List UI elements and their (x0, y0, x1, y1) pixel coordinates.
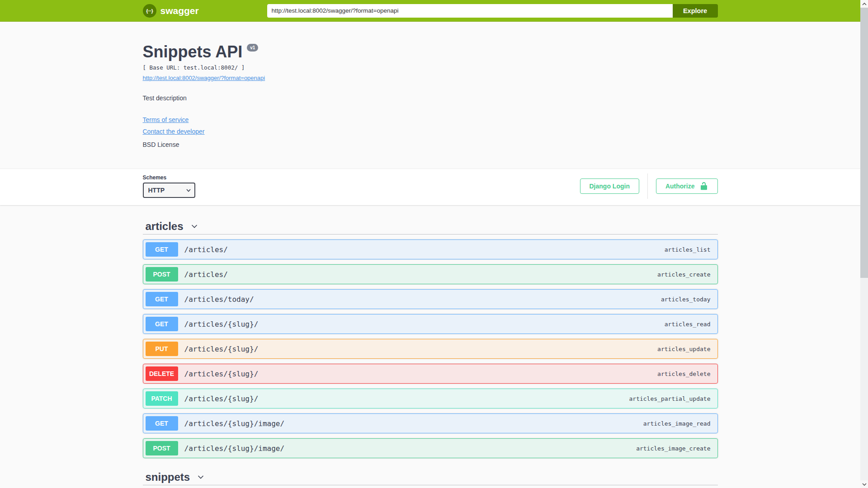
operation-path: /articles/{slug}/ (184, 370, 259, 378)
section-snippets: snippets GET /snippets/ snippets_list (143, 471, 718, 488)
method-badge: GET (146, 292, 178, 306)
operation-path: /articles/ (184, 270, 228, 279)
operation-row[interactable]: GET /articles/{slug}/image/ articles_ima… (143, 413, 718, 433)
scrollbar-thumb[interactable] (860, 8, 868, 278)
authorize-button-label: Authorize (665, 183, 695, 190)
info-section: Snippets API v1 [ Base URL: test.local:8… (0, 22, 860, 169)
operation-row[interactable]: POST /articles/ articles_create (143, 264, 718, 284)
section-articles: articles GET /articles/ articles_list PO… (143, 220, 718, 458)
scroll-down-button[interactable] (860, 480, 868, 488)
swagger-logo-text: swagger (160, 5, 199, 16)
operation-path: /articles/today/ (184, 295, 254, 304)
operation-id: articles_image_create (636, 445, 710, 452)
operations: articles GET /articles/ articles_list PO… (143, 220, 718, 488)
operation-id: articles_update (657, 346, 710, 352)
operation-id: articles_today (661, 296, 711, 303)
operation-row[interactable]: GET /articles/{slug}/ articles_read (143, 314, 718, 334)
swagger-logo-icon: {···} (143, 4, 156, 18)
method-badge: GET (146, 242, 178, 257)
scheme-container: Schemes HTTP Django Login Authorize (0, 169, 860, 205)
unlock-icon (699, 182, 708, 191)
spec-url-form: Explore (267, 4, 718, 18)
operation-row[interactable]: GET /articles/ articles_list (143, 239, 718, 259)
method-badge: GET (146, 416, 178, 431)
operation-row[interactable]: PUT /articles/{slug}/ articles_update (143, 339, 718, 359)
scrollbar (860, 0, 868, 488)
operation-path: /articles/{slug}/image/ (184, 444, 285, 453)
scroll-up-button[interactable] (860, 0, 868, 8)
operation-row[interactable]: DELETE /articles/{slug}/ articles_delete (143, 364, 718, 384)
operation-list: GET /snippets/ snippets_list (143, 485, 718, 488)
version-badge: v1 (247, 44, 258, 52)
operation-id: articles_partial_update (629, 395, 710, 402)
chevron-up-icon (862, 3, 867, 5)
section-title: articles (146, 220, 184, 233)
base-url-text: [ Base URL: test.local:8002/ ] (143, 64, 718, 71)
chevron-down-icon (862, 483, 867, 486)
operation-row[interactable]: PATCH /articles/{slug}/ articles_partial… (143, 389, 718, 408)
method-badge: POST (146, 267, 178, 282)
operation-row[interactable]: POST /articles/{slug}/image/ articles_im… (143, 438, 718, 458)
auth-wrapper: Django Login Authorize (580, 174, 718, 199)
method-badge: PATCH (146, 391, 178, 406)
method-badge: GET (146, 317, 178, 331)
explore-button[interactable]: Explore (673, 4, 718, 18)
authorize-button[interactable]: Authorize (656, 178, 718, 194)
method-badge: POST (146, 441, 178, 455)
auth-divider (647, 174, 648, 199)
schemes-select[interactable]: HTTP (143, 183, 195, 198)
spec-link[interactable]: http://test.local:8002/swagger/?format=o… (143, 75, 265, 81)
operation-path: /articles/{slug}/ (184, 320, 259, 328)
section-title: snippets (146, 471, 190, 483)
swagger-ui-page: {···} swagger Explore Snippets API v1 [ … (0, 0, 860, 488)
contact-developer-link[interactable]: Contact the developer (143, 128, 205, 135)
operation-id: articles_delete (657, 371, 710, 377)
operation-list: GET /articles/ articles_list POST /artic… (143, 235, 718, 458)
topbar: {···} swagger Explore (0, 0, 860, 22)
page-title: Snippets API (143, 42, 243, 61)
terms-of-service-link[interactable]: Terms of service (143, 117, 189, 123)
operation-path: /articles/{slug}/ (184, 394, 259, 403)
swagger-logo[interactable]: {···} swagger (143, 4, 199, 18)
chevron-down-icon[interactable] (190, 222, 199, 231)
operation-id: articles_image_read (643, 420, 711, 427)
license-text: BSD License (143, 141, 718, 148)
operation-id: articles_read (665, 321, 711, 328)
django-login-button[interactable]: Django Login (580, 178, 639, 194)
operation-id: articles_list (665, 246, 711, 253)
operation-path: /articles/{slug}/ (184, 345, 259, 353)
method-badge: PUT (146, 342, 178, 356)
operation-id: articles_create (657, 271, 710, 278)
operation-path: /articles/{slug}/image/ (184, 419, 285, 428)
operation-path: /articles/ (184, 245, 228, 254)
operation-row[interactable]: GET /articles/today/ articles_today (143, 289, 718, 309)
spec-url-input[interactable] (267, 4, 673, 18)
method-badge: DELETE (146, 366, 178, 381)
api-description: Test description (143, 94, 718, 102)
chevron-down-icon[interactable] (196, 473, 205, 482)
